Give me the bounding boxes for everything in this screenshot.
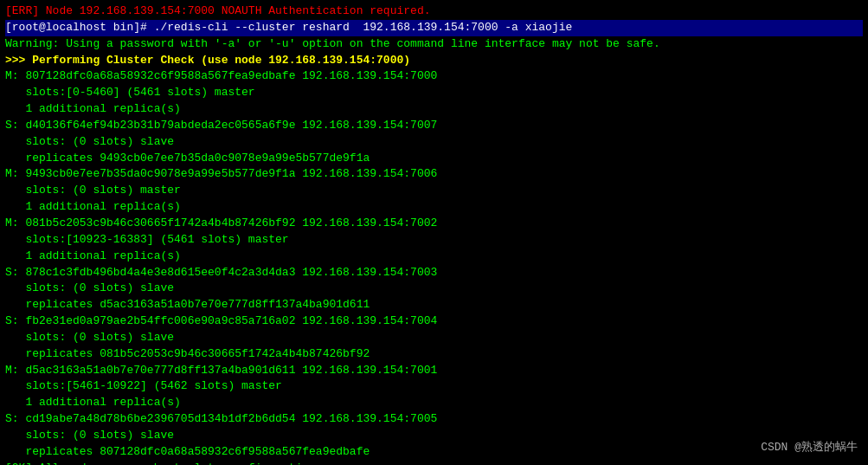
- master-node-1-replicas: 1 additional replica(s): [5, 101, 863, 118]
- master-node-2-replicas: 1 additional replica(s): [5, 199, 863, 216]
- slave-node-4: S: cd19abe7a48d78b6be2396705d134b1df2b6d…: [5, 411, 863, 428]
- slave-node-4-replicates: replicates 807128dfc0a68a58932c6f9588a56…: [5, 444, 863, 461]
- master-node-1-slots: slots:[0-5460] (5461 slots) master: [5, 85, 863, 101]
- master-node-4: M: d5ac3163a51a0b7e70e777d8ff137a4ba901d…: [5, 363, 863, 379]
- master-node-2: M: 9493cb0e7ee7b35da0c9078e9a99e5b577de9…: [5, 166, 863, 183]
- slave-node-3: S: fb2e31ed0a979ae2b54ffc006e90a9c85a716…: [5, 313, 863, 330]
- warning-line: Warning: Using a password with '-a' or '…: [5, 36, 863, 53]
- ok-slots-config: [OK] All nodes agree about slots configu…: [5, 461, 863, 465]
- master-node-2-slots: slots: (0 slots) master: [5, 183, 863, 199]
- master-node-3: M: 081b5c2053c9b46c30665f1742a4b4b87426b…: [5, 216, 863, 232]
- master-node-1: M: 807128dfc0a68a58932c6f9588a567fea9edb…: [5, 68, 863, 85]
- terminal: [ERR] Node 192.168.139.154:7000 NOAUTH A…: [0, 0, 868, 465]
- performing-cluster-check: >>> Performing Cluster Check (use node 1…: [5, 53, 863, 69]
- master-node-4-replicas: 1 additional replica(s): [5, 395, 863, 411]
- slave-node-3-slots: slots: (0 slots) slave: [5, 330, 863, 346]
- master-node-3-replicas: 1 additional replica(s): [5, 249, 863, 265]
- slave-node-4-slots: slots: (0 slots) slave: [5, 428, 863, 444]
- slave-node-2-slots: slots: (0 slots) slave: [5, 281, 863, 297]
- slave-node-1-replicates: replicates 9493cb0e7ee7b35da0c9078e9a99e…: [5, 151, 863, 167]
- master-node-3-slots: slots:[10923-16383] (5461 slots) master: [5, 232, 863, 249]
- slave-node-2: S: 878c1c3fdb496bd4a4e3e8d615ee0f4c2a3d4…: [5, 265, 863, 281]
- watermark: CSDN @熟透的蜗牛: [761, 439, 858, 455]
- err-line: [ERR] Node 192.168.139.154:7000 NOAUTH A…: [5, 3, 863, 20]
- cmd-line: [root@localhost bin]# ./redis-cli --clus…: [5, 20, 863, 36]
- slave-node-1: S: d40136f64ef94b23b31b79abdeda2ec0565a6…: [5, 118, 863, 134]
- master-node-4-slots: slots:[5461-10922] (5462 slots) master: [5, 378, 863, 395]
- slave-node-1-slots: slots: (0 slots) slave: [5, 134, 863, 151]
- slave-node-2-replicates: replicates d5ac3163a51a0b7e70e777d8ff137…: [5, 297, 863, 313]
- slave-node-3-replicates: replicates 081b5c2053c9b46c30665f1742a4b…: [5, 346, 863, 363]
